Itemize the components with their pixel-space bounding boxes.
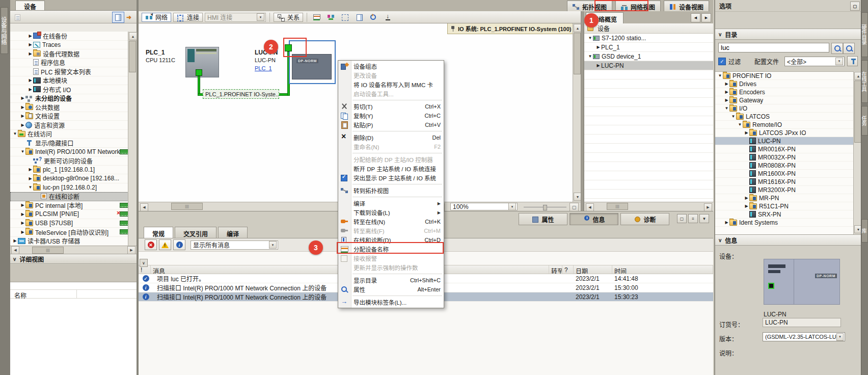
profile-edit-icon[interactable] xyxy=(847,56,858,66)
expander-closed-icon[interactable]: ▶ xyxy=(28,176,33,181)
network-mode-button[interactable]: 网络 xyxy=(142,13,171,22)
overview-next-icon[interactable]: ▶ xyxy=(701,13,711,22)
project-tree-item[interactable]: ▶Traces xyxy=(10,41,128,50)
collapse-inspector-icon[interactable]: ▼ xyxy=(699,214,709,223)
project-tree-item[interactable]: ▶本地模块 xyxy=(10,76,128,86)
context-menu-item[interactable]: 编译▶ xyxy=(338,199,444,208)
project-tree-item[interactable]: ▶公共数据 xyxy=(10,103,128,112)
collapse-icon[interactable]: ∨ xyxy=(718,237,722,243)
details-view-header[interactable]: ∨ 详细视图 xyxy=(10,254,137,264)
message-column-header[interactable]: 日期 xyxy=(574,265,612,274)
info-section-header[interactable]: ∨ 信息 xyxy=(715,234,862,246)
project-tree-item[interactable]: ▶在线备份 xyxy=(10,32,128,41)
project-tree-item[interactable]: 程序信息 xyxy=(10,59,128,68)
inspector-subtab-常规[interactable]: 常规 xyxy=(144,227,173,238)
expander-closed-icon[interactable]: ▶ xyxy=(28,34,33,38)
catalog-item[interactable]: MR0808X-PN xyxy=(715,162,854,170)
expander-closed-icon[interactable]: ▶ xyxy=(744,130,749,135)
connections-button[interactable]: 连接 xyxy=(173,13,203,22)
dropdown-arrow-icon[interactable]: ▼ xyxy=(269,241,277,249)
zoom-select[interactable]: 100%▼ xyxy=(450,203,518,210)
toolbar-pane-icon[interactable] xyxy=(354,12,366,23)
info-filter-button[interactable]: i xyxy=(173,239,185,250)
context-menu-item[interactable]: 显示目录Ctrl+Shift+C xyxy=(338,276,444,285)
search-up-icon[interactable] xyxy=(843,43,855,54)
overview-row[interactable]: ▶LUC-PN xyxy=(584,61,713,70)
inspector-subtab-编译[interactable]: 编译 xyxy=(218,227,248,238)
context-menu-item[interactable]: 设备组态 xyxy=(338,62,444,71)
catalog-item[interactable]: LUC-PN xyxy=(715,137,854,145)
context-menu-item[interactable]: 粘贴(P)Ctrl+V xyxy=(338,120,444,129)
project-tree-item[interactable]: ▶未分组的设备 xyxy=(10,94,128,103)
edge-tab-devices-networks[interactable]: 设备与网络 xyxy=(1,7,8,54)
context-menu-item[interactable]: 将 IO 设备名称写入到 MMC 卡 xyxy=(338,80,444,89)
overview-row[interactable]: ▼S7-1200 statio... xyxy=(584,34,713,43)
catalog-item[interactable]: ▼I/O xyxy=(715,104,854,113)
expander-closed-icon[interactable]: ▶ xyxy=(20,203,25,207)
overview-column-header[interactable]: 设备 xyxy=(584,23,713,34)
io-system-label[interactable]: PLC_1.PROFINET IO-Syste... xyxy=(203,89,279,99)
project-tree-item[interactable]: ▶PC internal [本地] xyxy=(10,201,128,210)
collapse-messages-icon[interactable]: ∨ xyxy=(140,259,148,267)
catalog-item[interactable]: ▶Drives xyxy=(715,80,854,88)
catalog-item[interactable]: ▶R51C1-PN xyxy=(715,202,854,210)
io-device-graphic[interactable]: DP-NORM xyxy=(292,54,332,79)
expander-closed-icon[interactable]: ▶ xyxy=(744,196,749,200)
details-name-column[interactable]: 名称 xyxy=(10,289,137,299)
fit-view-icon[interactable]: ▢ xyxy=(569,203,579,211)
catalog-item[interactable]: ▶LATCOS JPxx IO xyxy=(715,129,854,137)
project-tree-vscrollbar[interactable]: ▲ xyxy=(128,32,137,246)
edge-tab-硬件目录[interactable]: 硬件目录 xyxy=(861,12,868,57)
context-menu-item[interactable]: 断开 DP 主站系统 / IO 系统连接 xyxy=(338,164,444,173)
expander-closed-icon[interactable]: ▶ xyxy=(28,167,33,172)
catalog-item[interactable]: ▼PROFINET IO xyxy=(715,72,854,80)
project-tree-item[interactable]: ▼Intel(R) PRO/1000 MT Network ... xyxy=(10,148,128,157)
context-menu-item[interactable]: 导出模块标签条(L)... xyxy=(338,298,444,307)
context-menu-item[interactable]: 突出显示 DP 主站系统 / IO 系统 xyxy=(338,173,444,182)
io-device-port[interactable] xyxy=(285,44,292,51)
message-filter-select[interactable]: 显示所有消息▼ xyxy=(191,240,278,250)
expander-open-icon[interactable]: ▼ xyxy=(730,114,736,119)
search-down-icon[interactable] xyxy=(831,43,843,54)
project-tree-item[interactable]: 更新可访问的设备 xyxy=(10,156,128,166)
hmi-connection-select[interactable]: HMI 连接▼ xyxy=(205,13,266,22)
catalog-section-header[interactable]: ∨ 目录 xyxy=(715,29,862,40)
context-menu-item[interactable]: 下载到设备(L)▶ xyxy=(338,208,444,217)
project-tree-item[interactable]: ▶语言和资源 xyxy=(10,121,128,130)
project-tree-item[interactable]: ▶desktop-g8r0noe [192.168... xyxy=(10,174,128,183)
expander-closed-icon[interactable]: ▶ xyxy=(595,45,601,49)
expander-closed-icon[interactable]: ▶ xyxy=(724,90,729,94)
expander-closed-icon[interactable]: ▶ xyxy=(744,204,749,208)
expander-closed-icon[interactable]: ▶ xyxy=(20,96,25,100)
tab-device-view[interactable]: 设备视图 xyxy=(664,1,709,11)
project-tree-item[interactable]: 在线和诊断 xyxy=(10,192,128,201)
context-menu-item[interactable]: 剪切(T)Ctrl+X xyxy=(338,102,444,111)
pin-panel-icon[interactable]: ▢ xyxy=(850,2,860,11)
project-tree-item[interactable]: ▼在线访问 xyxy=(10,130,128,139)
inspector-tab-属性[interactable]: 属性 xyxy=(519,213,567,225)
catalog-item[interactable]: ▶Ident Systems xyxy=(715,219,854,227)
toolbar-colored-net-icon[interactable] xyxy=(325,12,337,23)
toolbar-zoom-in-icon[interactable] xyxy=(368,12,380,23)
project-tree-item[interactable]: ▶设备代理数据 xyxy=(10,49,128,59)
version-select[interactable]: (GSDML-V2.35-LATCOS-LUC▼ xyxy=(763,332,845,341)
expander-open-icon[interactable]: ▼ xyxy=(587,54,593,59)
canvas-vscrollbar[interactable]: ▲ ▼ xyxy=(573,23,581,202)
context-menu-item[interactable]: 属性Alt+Enter xyxy=(338,285,444,294)
catalog-item[interactable]: ▶Gateway xyxy=(715,96,854,104)
plc-port[interactable] xyxy=(196,69,202,76)
sync-icon[interactable]: ➜ xyxy=(124,12,137,23)
catalog-search-input[interactable] xyxy=(718,43,829,52)
tab-network-view[interactable]: 网络视图 xyxy=(615,1,661,11)
error-filter-button[interactable]: ✕ xyxy=(145,239,157,250)
expander-open-icon[interactable]: ▼ xyxy=(28,185,33,190)
list-view-icon[interactable]: ≡ xyxy=(688,214,698,223)
inspector-tab-诊断[interactable]: 诊断 xyxy=(620,213,669,225)
context-menu-item[interactable]: 分配设备名称 xyxy=(338,245,444,254)
context-menu-item[interactable]: 删除(D)Del xyxy=(338,133,444,142)
catalog-item[interactable]: MR0016X-PN xyxy=(715,145,854,153)
project-tree-hscrollbar[interactable]: ◀||||▶ xyxy=(10,246,137,254)
project-tree-item[interactable]: ▶文档设置 xyxy=(10,112,128,121)
expander-open-icon[interactable]: ▼ xyxy=(20,149,25,154)
message-column-header[interactable]: 时间 xyxy=(612,265,713,274)
